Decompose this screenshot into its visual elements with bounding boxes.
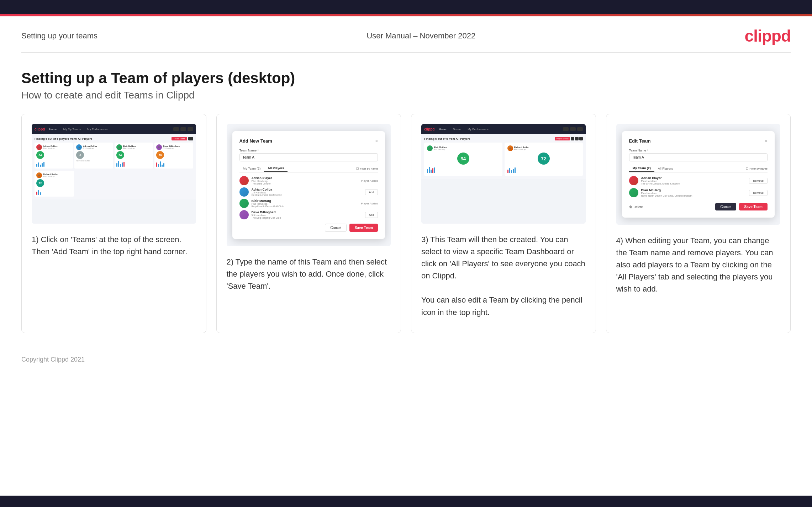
mock-s-btn-3 bbox=[563, 127, 569, 131]
mock-n-btn-3 bbox=[570, 127, 576, 131]
mock-players-grid: A Adrian Collins Plus Handicap 84 bbox=[35, 143, 193, 169]
page-title-sub: How to create and edit Teams in Clippd bbox=[21, 90, 791, 101]
header-manual-title: User Manual – November 2022 bbox=[367, 31, 475, 41]
mock-player-name-2: Adrian Coliba 1.5 Handicap bbox=[83, 145, 97, 149]
card-1: clippd Home My My Teams My Performance F… bbox=[21, 114, 206, 333]
mock-nav-right bbox=[173, 127, 193, 131]
modal-edit-player-details-2: Blair McHarg Plus HandicapRoyal North De… bbox=[641, 188, 747, 197]
card-4-description: 4) When editing your Team, you can chang… bbox=[616, 235, 781, 295]
mock-edit-tab-all-players[interactable]: All Players bbox=[654, 165, 677, 172]
mock-bars-4 bbox=[156, 160, 191, 167]
modal-add-player-details-4: Dave Billingham 5.9 HandicapThe Dog Magi… bbox=[252, 210, 362, 219]
modal-edit-player-row-2: Blair McHarg Plus HandicapRoyal North De… bbox=[629, 188, 768, 197]
modal-add-player-row-3: Blair McHarg Plus HandicapRoyal North De… bbox=[239, 199, 378, 208]
mock-tab-my-team[interactable]: My Team (2) bbox=[239, 165, 264, 172]
mock-nav-teams-3: Teams bbox=[451, 127, 464, 132]
card-1-description: 1) Click on 'Teams' at the top of the sc… bbox=[32, 234, 196, 258]
mock-page-heading: Finding 5 out of 5 players from: All Pla… bbox=[35, 137, 92, 140]
modal-add-add-btn-4[interactable]: Add bbox=[365, 212, 378, 218]
modal-add-player-club-2: 1.5 HandicapCentral London Golf Centre bbox=[252, 191, 362, 196]
card-1-screenshot: clippd Home My My Teams My Performance F… bbox=[32, 124, 196, 224]
modal-edit-team-name-input[interactable]: Team A bbox=[629, 153, 768, 161]
mock-bars-5 bbox=[36, 188, 72, 195]
mock-filter-label: ☐ Filter by name bbox=[356, 167, 378, 170]
modal-edit-cancel-btn[interactable]: Cancel bbox=[715, 203, 736, 210]
mock-header-btns: + Add Team bbox=[172, 137, 193, 140]
mock-dashboard-3: clippd Home Teams My Performance Finding… bbox=[421, 124, 586, 179]
modal-edit-close-icon[interactable]: × bbox=[765, 138, 768, 144]
page-footer: Copyright Clippd 2021 bbox=[0, 347, 812, 372]
header: Setting up your teams User Manual – Nove… bbox=[0, 16, 812, 52]
modal-edit-player-details-1: Adrian Player Plus HandicapThe Shire Lon… bbox=[641, 176, 747, 185]
modal-add-cancel-btn[interactable]: Cancel bbox=[325, 224, 347, 232]
mock-player-card-5: R Richard Butler Plus Handicap 72 bbox=[35, 171, 74, 197]
modal-add-player-row-1: Adrian Player Plus HandicapThe Shire Lon… bbox=[239, 176, 378, 185]
top-bar bbox=[0, 0, 812, 14]
modal-add-player-details-3: Blair McHarg Plus HandicapRoyal North De… bbox=[252, 199, 358, 208]
modal-edit-tabs: My Team (2) All Players ☐ Filter by name bbox=[629, 165, 768, 172]
modal-edit-remove-btn-1[interactable]: Remove bbox=[749, 178, 768, 184]
modal-add-player-club-3: Plus HandicapRoyal North Devon Golf Club bbox=[252, 203, 358, 208]
mock-add-team-modal: Add New Team × Team Name * Team A My Tea… bbox=[232, 131, 385, 239]
mock-bars-1 bbox=[36, 160, 71, 167]
modal-edit-avatar-1 bbox=[629, 176, 638, 185]
mock-scores-row-3: B Blair McHarg Plus Handicap 94 bbox=[424, 143, 583, 176]
mock-edit-modal-header: Edit Team × bbox=[629, 138, 768, 144]
mock-player-top-1: A Adrian Collins Plus Handicap bbox=[36, 144, 71, 150]
mock-score-card-3-1: B Blair McHarg Plus Handicap 94 bbox=[424, 143, 502, 176]
modal-edit-team-name-label: Team Name * bbox=[629, 149, 768, 152]
mock-edit-tab-my-team[interactable]: My Team (2) bbox=[629, 165, 654, 172]
mock-header-row-3: Finding 5 out of 5 from All Players Play… bbox=[424, 137, 583, 140]
mock-avatar-1: A bbox=[36, 144, 42, 150]
mock-player-card-1: A Adrian Collins Plus Handicap 84 bbox=[35, 143, 73, 169]
mock-content-1: Finding 5 out of 5 players from: All Pla… bbox=[32, 134, 196, 199]
modal-add-close-icon[interactable]: × bbox=[375, 138, 378, 144]
modal-edit-delete-btn[interactable]: 🗑 Delete bbox=[629, 205, 643, 209]
modal-add-player-row-4: Dave Billingham 5.9 HandicapThe Dog Magi… bbox=[239, 210, 378, 219]
modal-edit-save-btn[interactable]: Save Team bbox=[739, 203, 768, 210]
modal-edit-remove-btn-2[interactable]: Remove bbox=[749, 190, 768, 196]
modal-add-player-row-2: Adrian Coliba 1.5 HandicapCentral London… bbox=[239, 187, 378, 197]
modal-add-add-btn-2[interactable]: Add bbox=[365, 189, 378, 195]
card-3-screenshot: clippd Home Teams My Performance Finding… bbox=[421, 124, 586, 224]
card-2-description: 2) Type the name of this Team and then s… bbox=[227, 256, 391, 292]
header-logo: clippd bbox=[745, 26, 791, 46]
modal-edit-avatar-2 bbox=[629, 188, 638, 197]
mock-nav-right-3 bbox=[563, 127, 583, 131]
modal-add-player-details-1: Adrian Player Plus HandicapThe Shire Lon… bbox=[252, 176, 358, 185]
mock-nav-3: clippd Home Teams My Performance bbox=[421, 124, 586, 134]
modal-add-player-name-2: Adrian Coliba bbox=[252, 188, 362, 191]
bottom-bar bbox=[0, 496, 812, 507]
mock-edit-team-modal: Edit Team × Team Name * Team A My Team (… bbox=[622, 131, 775, 218]
modal-add-player-name-1: Adrian Player bbox=[252, 176, 358, 180]
mock-player-card-3: B Blair McHarg Plus Handicap 94 bbox=[115, 143, 153, 169]
mock-notif-btn bbox=[180, 127, 186, 131]
mock-bottom-row: R Richard Butler Plus Handicap 72 bbox=[35, 171, 193, 197]
card-2: Add New Team × Team Name * Team A My Tea… bbox=[216, 114, 401, 333]
cards-container: clippd Home My My Teams My Performance F… bbox=[0, 114, 812, 347]
page-title-section: Setting up a Team of players (desktop) H… bbox=[0, 53, 812, 114]
modal-add-player-club-1: Plus HandicapThe Shire London bbox=[252, 180, 358, 185]
mock-player-card-4: D Dave Billingham 5.9 Handicap 78 bbox=[154, 143, 193, 169]
modal-add-player-name-4: Dave Billingham bbox=[252, 210, 362, 214]
page-title-main: Setting up a Team of players (desktop) bbox=[21, 70, 791, 87]
mock-grid-btn bbox=[188, 137, 193, 140]
mock-player-top-2: A Adrian Coliba 1.5 Handicap bbox=[76, 144, 111, 150]
card-3-description: 3) This Team will then be created. You c… bbox=[421, 234, 586, 319]
mock-tab-all-players[interactable]: All Players bbox=[264, 165, 288, 172]
mock-add-team-btn: + Add Team bbox=[172, 137, 187, 140]
mock-player-top-3: B Blair McHarg Plus Handicap bbox=[116, 144, 151, 150]
modal-add-team-name-input[interactable]: Team A bbox=[239, 153, 378, 161]
modal-add-save-btn[interactable]: Save Team bbox=[349, 224, 378, 232]
header-section-label: Setting up your teams bbox=[21, 31, 97, 41]
mock-player-name-4: Dave Billingham 5.9 Handicap bbox=[163, 145, 180, 149]
mock-avatar-5: R bbox=[36, 172, 42, 178]
card-3: clippd Home Teams My Performance Finding… bbox=[411, 114, 596, 333]
modal-add-avatar-1 bbox=[239, 176, 249, 185]
modal-add-player-name-3: Blair McHarg bbox=[252, 199, 358, 203]
mock-bars-3 bbox=[116, 160, 151, 167]
mock-player-name-1: Adrian Collins Plus Handicap bbox=[43, 145, 58, 149]
modal-add-avatar-2 bbox=[239, 187, 249, 197]
modal-add-status-1: Player Added bbox=[361, 179, 378, 182]
mock-avatar-2: A bbox=[76, 144, 82, 150]
